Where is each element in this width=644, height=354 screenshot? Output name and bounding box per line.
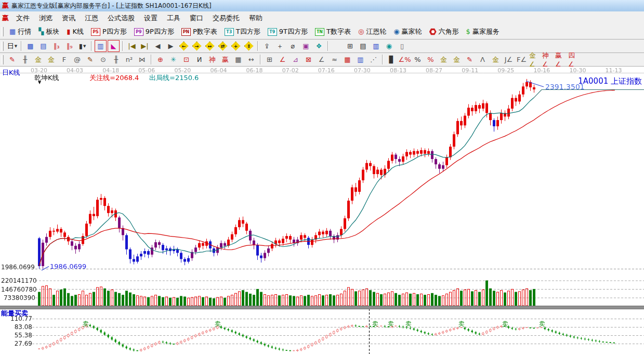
- toolbar-button-t-number[interactable]: TNT数字表: [311, 25, 354, 38]
- mirror-icon[interactable]: ⋈: [136, 54, 148, 65]
- gold-angle-icon[interactable]: 金∠: [529, 54, 541, 65]
- gold-grid1-icon[interactable]: 金: [32, 54, 44, 65]
- diamond-vexpand-icon[interactable]: ⇕: [243, 40, 255, 52]
- crosshair-icon[interactable]: ＋: [274, 40, 286, 52]
- toolbar-button-p-number[interactable]: PNP数字表: [178, 25, 221, 38]
- grid-123-icon[interactable]: ▦: [232, 54, 244, 65]
- win-grid-icon[interactable]: 赢: [219, 54, 231, 65]
- menu-item-9[interactable]: 帮助: [244, 11, 267, 24]
- panel-period-label[interactable]: 日K线: [2, 68, 20, 77]
- wave-mark-icon[interactable]: И: [193, 54, 205, 65]
- gann-fan-icon[interactable]: ∠: [277, 54, 288, 65]
- shen-grid-icon[interactable]: 神: [206, 54, 218, 65]
- menu-item-0[interactable]: 文件: [11, 11, 34, 24]
- menu-item-3[interactable]: 江恩: [80, 11, 103, 24]
- circle-cross-icon[interactable]: ⊕: [154, 54, 166, 65]
- toolbar-button-sectors[interactable]: ▚板块: [35, 25, 63, 38]
- n2-grid-icon[interactable]: n²: [123, 54, 135, 65]
- window-grid-icon[interactable]: ⊞: [264, 54, 275, 65]
- star-circle-icon[interactable]: ✳: [167, 54, 179, 65]
- icon-glyph: ∠: [319, 56, 325, 63]
- menu-item-8[interactable]: 交易委托: [208, 11, 244, 24]
- calculator-icon[interactable]: ⊞: [344, 40, 356, 52]
- menu-item-5[interactable]: 设置: [139, 11, 162, 24]
- panel-splitter[interactable]: [0, 306, 644, 309]
- export-icon[interactable]: ▯: [396, 40, 408, 52]
- knot-icon[interactable]: ❖: [313, 40, 325, 52]
- diamond-swap-icon[interactable]: ⇄: [217, 40, 229, 52]
- compress-icon[interactable]: ▣: [300, 40, 312, 52]
- kline-chart-canvas[interactable]: [0, 67, 644, 354]
- toolbar-button-9t-square[interactable]: T99T四方形: [264, 25, 311, 38]
- toolbar-button-kline[interactable]: ▮K线: [63, 25, 87, 38]
- parallel-lines-icon[interactable]: ⋰: [367, 54, 379, 65]
- prev-icon[interactable]: ◀: [152, 40, 164, 52]
- percent-angle-icon[interactable]: ∠%: [399, 54, 411, 65]
- calendar-21-icon[interactable]: [331, 40, 343, 52]
- data-globe-icon[interactable]: ◉: [383, 40, 395, 52]
- zigzag-icon[interactable]: ≈: [328, 54, 340, 65]
- angle-line-icon[interactable]: ∠: [316, 54, 327, 65]
- menu-item-6[interactable]: 工具: [162, 11, 185, 24]
- hrange-icon[interactable]: ↔: [245, 54, 257, 65]
- zoom-measure-icon[interactable]: ⌀: [287, 40, 299, 52]
- red-grid-icon[interactable]: ▦: [341, 54, 353, 65]
- percent-line-icon[interactable]: %: [425, 54, 437, 65]
- kline-type-dropdown-icon[interactable]: ▼: [38, 80, 41, 85]
- menu-item-1[interactable]: 浏览: [34, 11, 57, 24]
- gold-channel-icon[interactable]: 金: [490, 54, 502, 65]
- gold-circle-icon[interactable]: 金: [438, 54, 450, 65]
- candle-type-dropdown[interactable]: ▮▼: [76, 40, 88, 52]
- hand-pan-icon[interactable]: ⇪: [261, 40, 273, 52]
- j-angle-icon[interactable]: J∠: [503, 54, 515, 65]
- info-list-icon[interactable]: ▤: [37, 40, 49, 52]
- four-angle-icon[interactable]: 四∠: [568, 54, 580, 65]
- diamond-right-icon[interactable]: →: [191, 40, 203, 52]
- mini-kline9-icon[interactable]: ∥₉: [63, 40, 75, 52]
- percent-icon[interactable]: %: [412, 54, 424, 65]
- notes-icon[interactable]: ▤: [357, 40, 369, 52]
- skip-last-icon[interactable]: ▶|: [139, 40, 151, 52]
- pen-ruler-icon[interactable]: ✎: [84, 54, 96, 65]
- dense-grid-icon[interactable]: ╫: [110, 54, 122, 65]
- boxed-fan-icon[interactable]: ⊿: [290, 54, 301, 65]
- toolbar-button-quotes-grid[interactable]: ▦行情: [6, 25, 35, 38]
- chip-chart-icon[interactable]: ▥: [95, 40, 107, 52]
- toolbar-button-p-square[interactable]: PSP四方形: [87, 25, 130, 38]
- skip-first-icon[interactable]: |◀: [126, 40, 138, 52]
- diamond-expand-icon[interactable]: +: [230, 40, 242, 52]
- gold-lines-icon[interactable]: 金: [451, 54, 463, 65]
- toolbar-button-winner-service[interactable]: $赢家服务: [463, 25, 503, 38]
- tile-windows-icon[interactable]: ▩: [24, 40, 36, 52]
- draw-pen-icon[interactable]: ✎: [6, 54, 18, 65]
- spiral-icon[interactable]: @: [71, 54, 83, 65]
- diamond-hexpand-icon[interactable]: ↔: [204, 40, 216, 52]
- volume-profile-icon[interactable]: ◣: [108, 40, 120, 52]
- bar-stats-icon[interactable]: ▊: [386, 54, 398, 65]
- next-icon[interactable]: ▶: [165, 40, 177, 52]
- gold-grid2-icon[interactable]: 金: [45, 54, 57, 65]
- menu-item-4[interactable]: 公式选股: [103, 11, 139, 24]
- cycle-clock-icon[interactable]: ⊙: [97, 54, 109, 65]
- time-grid-icon[interactable]: ╫: [19, 54, 31, 65]
- f-angle-icon[interactable]: F∠: [516, 54, 528, 65]
- toolbar-button-gann-wheel[interactable]: ◎江恩轮: [354, 25, 390, 38]
- save-icon[interactable]: ▥: [370, 40, 382, 52]
- mini-kline3-icon[interactable]: ∥₃: [50, 40, 62, 52]
- diamond-left-icon[interactable]: ←: [178, 40, 190, 52]
- box-x-icon[interactable]: ⊠: [303, 54, 314, 65]
- menu-item-2[interactable]: 资讯: [57, 11, 80, 24]
- wave-abc-icon[interactable]: Λ: [477, 54, 489, 65]
- box-grid-icon[interactable]: ⊡: [180, 54, 192, 65]
- win-angle-icon[interactable]: 赢∠: [555, 54, 567, 65]
- toolbar-button-t-square[interactable]: T3T四方形: [221, 25, 264, 38]
- blue-grid-icon[interactable]: ▥: [354, 54, 366, 65]
- fib-grid-icon[interactable]: F: [58, 54, 70, 65]
- shen-angle-icon[interactable]: 神∠: [542, 54, 554, 65]
- period-day-dropdown[interactable]: 日▼: [6, 40, 18, 52]
- toolbar-button-9p-square[interactable]: P99P四方形: [130, 25, 178, 38]
- toolbar-button-hexagon[interactable]: 六角形: [426, 25, 463, 38]
- toolbar-button-winner-wheel[interactable]: ◉赢家轮: [390, 25, 425, 38]
- ink-pen-icon[interactable]: ✎: [464, 54, 476, 65]
- menu-item-7[interactable]: 窗口: [185, 11, 208, 24]
